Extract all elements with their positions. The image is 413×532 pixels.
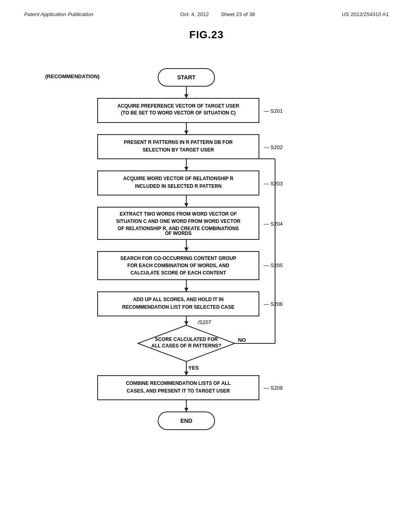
- svg-text:― S203: ― S203: [264, 181, 283, 187]
- svg-text:SCORE CALCULATED FOR: SCORE CALCULATED FOR: [155, 337, 218, 342]
- svg-text:― S205: ― S205: [264, 262, 283, 268]
- svg-text:― S202: ― S202: [264, 144, 283, 150]
- svg-text:ADD UP ALL SCORES, AND HOLD IT: ADD UP ALL SCORES, AND HOLD IT IN: [133, 297, 224, 302]
- svg-text:― S204: ― S204: [264, 221, 283, 227]
- figure-title: FIG.23: [0, 29, 413, 41]
- svg-text:SITUATION C AND ONE WORD FROM : SITUATION C AND ONE WORD FROM WORD VECTO…: [116, 218, 241, 224]
- svg-rect-15: [98, 171, 259, 195]
- recommendation-label: (RECOMMENDATION): [45, 73, 100, 79]
- svg-rect-53: [98, 376, 259, 400]
- svg-text:COMBINE RECOMMENDATION LISTS O: COMBINE RECOMMENDATION LISTS OF ALL: [126, 380, 231, 386]
- start-label: START: [177, 74, 196, 81]
- page-header: Patent Application Publication Oct. 4, 2…: [0, 0, 413, 21]
- svg-text:(TO BE SET TO WORD VECTOR OF S: (TO BE SET TO WORD VECTOR OF SITUATION C…: [121, 110, 236, 116]
- svg-text:OF WORDS: OF WORDS: [165, 231, 192, 236]
- svg-rect-36: [98, 292, 259, 316]
- svg-marker-28: [184, 247, 188, 251]
- svg-text:CASES, AND PRESENT IT TO TARGE: CASES, AND PRESENT IT TO TARGET USER: [127, 388, 230, 394]
- svg-marker-35: [184, 288, 188, 292]
- svg-text:ACQUIRE PREFERENCE VECTOR OF T: ACQUIRE PREFERENCE VECTOR OF TARGET USER: [117, 103, 240, 109]
- svg-text:― S208: ― S208: [264, 385, 283, 391]
- svg-text:― S206: ― S206: [264, 301, 283, 307]
- svg-text:CALCULATE SCORE OF EACH CONTEN: CALCULATE SCORE OF EACH CONTENT: [130, 270, 226, 276]
- svg-text:ACQUIRE WORD VECTOR OF RELATIO: ACQUIRE WORD VECTOR OF RELATIONSHIP R: [123, 176, 234, 181]
- svg-marker-2: [184, 94, 188, 98]
- header-publication-label: Patent Application Publication: [24, 11, 94, 17]
- svg-text:SELECTION BY TARGET USER: SELECTION BY TARGET USER: [143, 147, 214, 153]
- svg-text:SEARCH FOR CO-OCCURRING CONTEN: SEARCH FOR CO-OCCURRING CONTENT GROUP: [120, 256, 236, 261]
- svg-text:YES: YES: [188, 365, 199, 371]
- end-label: END: [180, 418, 192, 424]
- svg-marker-8: [184, 131, 188, 135]
- header-sheet: Sheet 23 of 38: [221, 11, 255, 17]
- patent-page: Patent Application Publication Oct. 4, 2…: [0, 0, 413, 532]
- svg-marker-58: [184, 408, 188, 412]
- svg-text:EXTRACT TWO WORDS FROM WORD VE: EXTRACT TWO WORDS FROM WORD VECTOR OF: [120, 211, 237, 217]
- svg-text:― S201: ― S201: [264, 108, 283, 114]
- svg-marker-14: [184, 167, 188, 171]
- header-patent: US 2012/254310 A1: [342, 11, 389, 17]
- svg-text:FOR EACH COMBINATION OF WORDS,: FOR EACH COMBINATION OF WORDS, AND: [127, 263, 229, 268]
- svg-marker-41: [184, 321, 188, 325]
- svg-text:PRESENT R PATTERNS IN R PATTER: PRESENT R PATTERNS IN R PATTERN DB FOR: [124, 139, 233, 145]
- svg-text:INCLUDED IN SELECTED R PATTERN: INCLUDED IN SELECTED R PATTERN: [135, 183, 222, 189]
- svg-rect-9: [98, 135, 259, 159]
- svg-text:ALL CASES OF R PATTERNS?: ALL CASES OF R PATTERNS?: [151, 343, 221, 349]
- svg-text:RECOMMENDATION LIST FOR SELECT: RECOMMENDATION LIST FOR SELECTED CASE: [122, 304, 234, 310]
- svg-marker-20: [184, 203, 188, 207]
- flowchart-diagram: (RECOMMENDATION) START ACQUIRE PREFERENC…: [33, 53, 380, 497]
- svg-marker-52: [184, 372, 188, 376]
- header-date: Oct. 4, 2012: [180, 11, 209, 17]
- svg-text:/S207: /S207: [198, 319, 211, 325]
- svg-text:NO: NO: [238, 337, 246, 343]
